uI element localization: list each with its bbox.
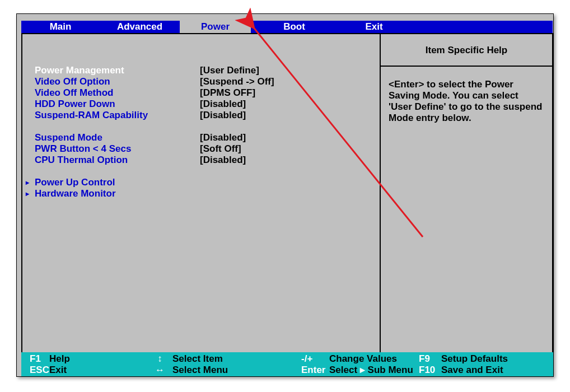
setting-value: [Disabled] — [200, 99, 246, 110]
tab-advanced[interactable]: Advanced — [100, 21, 180, 33]
tab-power[interactable]: Power — [180, 21, 251, 33]
submenu-label: Hardware Monitor — [35, 188, 200, 199]
setting-suspend-mode[interactable]: Suspend Mode [Disabled] — [35, 132, 371, 143]
setting-value: [Disabled] — [200, 132, 246, 143]
setting-value: [DPMS OFF] — [200, 87, 255, 99]
setting-value: [Suspend -> Off] — [200, 76, 274, 87]
setting-label: CPU Thermal Option — [35, 155, 200, 166]
key-plusminus: -/+ — [301, 353, 329, 364]
setting-video-off-option[interactable]: Video Off Option [Suspend -> Off] — [35, 76, 371, 87]
setting-label: HDD Power Down — [35, 99, 200, 110]
submenu-hardware-monitor[interactable]: ▸ Hardware Monitor — [35, 188, 371, 199]
help-body: <Enter> to select the Power Saving Mode.… — [381, 67, 552, 124]
setting-label: Suspend Mode — [35, 132, 200, 143]
key-enter-submenu: Sub Menu — [368, 365, 413, 375]
key-enter-label: Select ▸ Sub Menu — [329, 364, 419, 376]
settings-list: Power Management [User Define] Video Off… — [35, 65, 371, 199]
tab-boot[interactable]: Boot — [251, 21, 338, 33]
bios-window: Main Advanced Power Boot Exit Power Mana… — [16, 13, 554, 377]
setting-label: Video Off Method — [35, 87, 200, 99]
key-f9: F9 — [419, 353, 441, 364]
key-leftright-label: Select Menu — [172, 364, 301, 376]
setting-value: [Disabled] — [200, 155, 246, 166]
setting-video-off-method[interactable]: Video Off Method [DPMS OFF] — [35, 87, 371, 99]
help-panel: Item Specific Help <Enter> to select the… — [380, 34, 552, 352]
key-updown-icon: ↕ — [147, 353, 172, 364]
setting-pwr-button[interactable]: PWR Button < 4 Secs [Soft Off] — [35, 143, 371, 155]
legend-row-1: F1 Help ↕ Select Item -/+ Change Values … — [21, 352, 553, 364]
spacer — [35, 166, 371, 177]
key-esc-label: Exit — [49, 364, 147, 376]
key-f1: F1 — [30, 353, 49, 364]
key-f10-label: Save and Exit — [441, 364, 553, 376]
setting-label: Suspend-RAM Capability — [35, 110, 200, 121]
legend-row-2: ESC Exit ↔ Select Menu Enter Select ▸ Su… — [21, 364, 553, 376]
key-plusminus-label: Change Values — [329, 353, 419, 364]
submenu-label: Power Up Control — [35, 177, 200, 188]
setting-hdd-power-down[interactable]: HDD Power Down [Disabled] — [35, 99, 371, 110]
submenu-arrow-icon: ▸ — [360, 365, 365, 375]
setting-label: Power Management — [35, 65, 200, 76]
setting-power-management[interactable]: Power Management [User Define] — [35, 65, 371, 76]
key-f1-label: Help — [49, 353, 147, 364]
key-f10: F10 — [419, 364, 441, 376]
key-updown-label: Select Item — [172, 353, 301, 364]
setting-suspend-ram[interactable]: Suspend-RAM Capability [Disabled] — [35, 110, 371, 121]
setting-value: [Soft Off] — [200, 143, 241, 155]
key-esc: ESC — [30, 364, 49, 376]
tab-exit[interactable]: Exit — [338, 21, 410, 33]
key-f9-label: Setup Defaults — [441, 353, 553, 364]
key-leftright-icon: ↔ — [147, 364, 172, 376]
help-title: Item Specific Help — [381, 34, 552, 67]
setting-label: Video Off Option — [35, 76, 200, 87]
tab-main[interactable]: Main — [21, 21, 100, 33]
setting-value: [User Define] — [200, 65, 259, 76]
setting-label: PWR Button < 4 Secs — [35, 143, 200, 155]
setting-cpu-thermal[interactable]: CPU Thermal Option [Disabled] — [35, 155, 371, 166]
spacer — [35, 121, 371, 132]
content-area: Power Management [User Define] Video Off… — [21, 33, 553, 353]
key-legend: F1 Help ↕ Select Item -/+ Change Values … — [21, 352, 553, 376]
tab-spacer — [410, 21, 553, 33]
key-enter-select: Select — [329, 365, 357, 375]
submenu-power-up-control[interactable]: ▸ Power Up Control — [35, 177, 371, 188]
key-enter: Enter — [301, 364, 329, 376]
setting-value: [Disabled] — [200, 110, 246, 121]
tab-bar: Main Advanced Power Boot Exit — [21, 21, 553, 33]
